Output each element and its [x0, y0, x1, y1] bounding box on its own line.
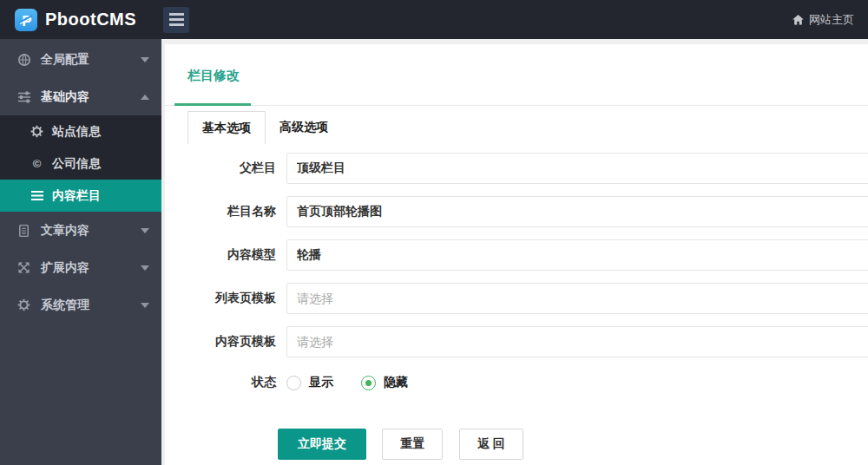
list-template-input[interactable] [286, 283, 868, 314]
form-row-column-name: 栏目名称 [165, 196, 868, 227]
button-group: 立即提交 重置 返 回 [278, 429, 868, 460]
sidebar-item-content-columns[interactable]: 内容栏目 [0, 180, 161, 212]
field-input-wrap [286, 153, 868, 184]
home-link-label: 网站主页 [809, 12, 854, 28]
main-content: 栏目修改 基本选项 高级选项 父栏目 栏目名称 内容模型 [161, 39, 868, 465]
brand[interactable]: P PbootCMS [0, 9, 161, 31]
form-row-content-model: 内容模型 [165, 239, 868, 271]
sidebar-item-label: 文章内容 [41, 223, 89, 239]
sidebar-item-site-info[interactable]: 站点信息 [0, 115, 161, 147]
content-model-input[interactable] [286, 239, 868, 271]
sidebar-item-label: 基础内容 [41, 89, 89, 105]
form-row-content-template: 内容页模板 [165, 326, 868, 357]
tab-bar: 基本选项 高级选项 [187, 111, 868, 144]
topbar: P PbootCMS 网站主页 [0, 0, 868, 39]
sidebar-toggle-button[interactable] [163, 7, 189, 33]
status-radio-group: 显示 隐藏 [286, 375, 868, 390]
sidebar-item-system-management[interactable]: 系统管理 [0, 286, 161, 324]
radio-option-hide[interactable]: 隐藏 [361, 375, 408, 390]
field-label: 内容页模板 [165, 334, 286, 350]
sidebar-item-company-info[interactable]: © 公司信息 [0, 147, 161, 180]
field-input-wrap [286, 326, 868, 357]
title-underline-accent [174, 103, 251, 106]
form-row-list-template: 列表页模板 [165, 283, 868, 314]
sidebar-item-global-config[interactable]: 全局配置 [0, 41, 161, 78]
title-underline [165, 105, 868, 106]
sidebar-item-label: 全局配置 [41, 52, 89, 68]
back-button[interactable]: 返 回 [459, 429, 523, 460]
field-label: 父栏目 [165, 160, 286, 176]
sidebar-item-article-content[interactable]: 文章内容 [0, 212, 161, 249]
field-label: 状态 [165, 375, 286, 390]
list-icon [30, 191, 43, 200]
parent-column-input[interactable] [286, 153, 868, 184]
radio-checked-icon [361, 376, 376, 390]
sidebar-item-label: 扩展内容 [41, 260, 89, 276]
field-label: 列表页模板 [165, 291, 286, 306]
radio-option-label: 显示 [309, 375, 333, 390]
brand-name: PbootCMS [45, 10, 136, 29]
field-label: 栏目名称 [165, 204, 286, 219]
form-row-parent-column: 父栏目 [165, 153, 868, 184]
radio-unchecked-icon [286, 376, 301, 390]
form-row-buttons: 立即提交 重置 返 回 [165, 429, 868, 460]
sliders-icon [16, 90, 31, 104]
tab-basic-options[interactable]: 基本选项 [187, 111, 266, 144]
column-edit-form: 父栏目 栏目名称 内容模型 列表页模板 [165, 153, 868, 460]
sidebar-item-label: 内容栏目 [52, 188, 101, 204]
field-input-wrap [286, 283, 868, 314]
hamburger-icon [169, 13, 184, 26]
sidebar-item-label: 系统管理 [41, 298, 89, 313]
basic-content-submenu: 站点信息 © 公司信息 内容栏目 [0, 115, 161, 212]
field-input-wrap [286, 196, 868, 227]
field-input-wrap [286, 239, 868, 271]
chevron-down-icon [141, 265, 149, 271]
sidebar: 全局配置 基础内容 [0, 39, 161, 465]
content-template-input[interactable] [286, 326, 868, 357]
chevron-up-icon [141, 95, 149, 100]
sidebar-item-basic-content[interactable]: 基础内容 [0, 78, 161, 115]
home-icon [792, 15, 804, 25]
document-icon [16, 224, 31, 238]
page-title: 栏目修改 [187, 68, 868, 84]
reset-button[interactable]: 重置 [382, 429, 443, 460]
chevron-down-icon [141, 303, 149, 308]
radio-option-label: 隐藏 [384, 375, 408, 390]
form-row-status: 状态 显示 隐藏 [165, 375, 868, 390]
submit-button[interactable]: 立即提交 [278, 429, 366, 460]
chevron-down-icon [141, 228, 149, 233]
sidebar-item-extended-content[interactable]: 扩展内容 [0, 249, 161, 286]
field-label: 内容模型 [165, 247, 286, 263]
tab-advanced-options[interactable]: 高级选项 [266, 111, 342, 144]
pbootcms-logo-icon: P [15, 9, 37, 31]
globe-icon [16, 53, 31, 67]
content-card: 栏目修改 基本选项 高级选项 父栏目 栏目名称 内容模型 [165, 44, 868, 465]
chevron-down-icon [141, 57, 149, 62]
sidebar-item-label: 公司信息 [52, 156, 101, 172]
sidebar-item-label: 站点信息 [52, 124, 101, 140]
site-home-link[interactable]: 网站主页 [792, 12, 854, 28]
column-name-input[interactable] [286, 196, 868, 227]
gear-icon [16, 298, 31, 311]
radio-option-show[interactable]: 显示 [286, 375, 333, 390]
expand-icon [16, 261, 31, 274]
gear-icon [30, 125, 43, 138]
copyright-icon: © [30, 157, 43, 170]
